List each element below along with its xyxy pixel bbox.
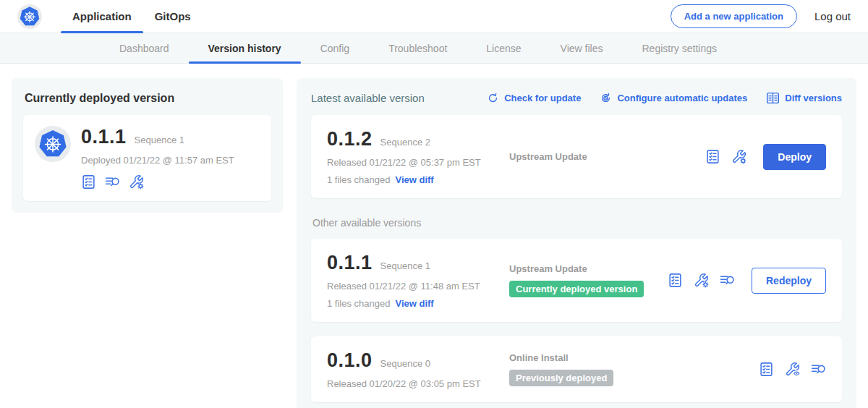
version-source: Upstream Update bbox=[509, 151, 698, 162]
tab-gitops[interactable]: GitOps bbox=[143, 0, 203, 33]
tab-gitops-label: GitOps bbox=[155, 10, 191, 22]
subnav-view-files[interactable]: View files bbox=[541, 33, 623, 63]
check-for-update-label: Check for update bbox=[504, 93, 581, 103]
latest-available-title: Latest available version bbox=[311, 92, 425, 104]
currently-deployed-panel: Currently deployed version 0.1.1 Sequenc… bbox=[12, 78, 283, 213]
currently-deployed-badge: Currently deployed version bbox=[509, 281, 644, 297]
header-tabs: Application GitOps bbox=[61, 0, 203, 33]
kubernetes-app-icon bbox=[35, 126, 71, 162]
edit-config-icon[interactable] bbox=[731, 149, 746, 164]
subnav-registry-settings-label: Registry settings bbox=[642, 43, 716, 54]
deployed-version-number: 0.1.1 bbox=[81, 126, 127, 148]
view-diff-link[interactable]: View diff bbox=[395, 298, 433, 309]
version-number: 0.1.2 bbox=[327, 128, 373, 150]
configure-automatic-updates-link[interactable]: Configure automatic updates bbox=[600, 92, 747, 104]
diff-versions-link[interactable]: Diff versions bbox=[766, 91, 842, 105]
app-header: Application GitOps Add a new application… bbox=[0, 0, 868, 33]
tab-application-label: Application bbox=[72, 10, 132, 22]
version-source: Online Install bbox=[509, 352, 752, 363]
app-subnav: Dashboard Version history Config Trouble… bbox=[0, 33, 868, 64]
release-notes-icon[interactable] bbox=[668, 273, 683, 288]
other-versions-title: Other available versions bbox=[312, 217, 841, 229]
version-source: Upstream Update bbox=[509, 263, 660, 274]
subnav-troubleshoot[interactable]: Troubleshoot bbox=[369, 33, 467, 63]
configure-automatic-updates-label: Configure automatic updates bbox=[617, 93, 747, 103]
version-card-0-1-1: 0.1.1 Sequence 1 Released 01/21/22 @ 11:… bbox=[311, 239, 842, 322]
logout-button[interactable]: Log out bbox=[814, 10, 851, 22]
version-released: Released 01/21/22 @ 05:37 pm EST bbox=[327, 157, 509, 168]
view-config-icon[interactable] bbox=[785, 362, 800, 377]
subnav-dashboard-label: Dashboard bbox=[119, 43, 169, 54]
header-spacer bbox=[203, 0, 671, 33]
version-sequence: Sequence 2 bbox=[380, 137, 430, 148]
diff-versions-label: Diff versions bbox=[785, 93, 842, 103]
files-changed: 1 files changed bbox=[327, 298, 390, 309]
release-notes-icon[interactable] bbox=[705, 149, 720, 164]
auto-update-icon bbox=[600, 92, 612, 104]
version-card-0-1-0: 0.1.0 Sequence 0 Released 01/20/22 @ 03:… bbox=[311, 336, 842, 402]
subnav-dashboard[interactable]: Dashboard bbox=[100, 33, 189, 63]
subnav-version-history[interactable]: Version history bbox=[189, 33, 301, 63]
version-released: Released 01/20/22 @ 03:05 pm EST bbox=[327, 378, 509, 389]
version-released: Released 01/21/22 @ 11:48 am EST bbox=[327, 281, 509, 292]
subnav-troubleshoot-label: Troubleshoot bbox=[388, 43, 447, 54]
subnav-license[interactable]: License bbox=[467, 33, 540, 63]
edit-config-icon[interactable] bbox=[694, 273, 709, 288]
view-logs-icon[interactable] bbox=[105, 174, 120, 190]
subnav-config-label: Config bbox=[320, 43, 349, 54]
diff-icon bbox=[766, 91, 780, 105]
release-notes-icon[interactable] bbox=[81, 174, 96, 190]
release-notes-icon[interactable] bbox=[759, 362, 774, 377]
subnav-version-history-label: Version history bbox=[208, 43, 281, 54]
deployed-version-card: 0.1.1 Sequence 1 Deployed 01/21/22 @ 11:… bbox=[23, 115, 271, 201]
redeploy-button[interactable]: Redeploy bbox=[752, 268, 826, 294]
kubernetes-logo-icon bbox=[17, 4, 42, 29]
files-changed: 1 files changed bbox=[327, 174, 390, 185]
deployed-sequence: Sequence 1 bbox=[135, 135, 184, 145]
add-application-button[interactable]: Add a new application bbox=[671, 4, 797, 28]
edit-config-icon[interactable] bbox=[129, 174, 144, 190]
version-number: 0.1.1 bbox=[327, 252, 373, 274]
subnav-view-files-label: View files bbox=[561, 43, 603, 54]
view-logs-icon[interactable] bbox=[720, 273, 735, 288]
version-sequence: Sequence 0 bbox=[380, 358, 430, 369]
currently-deployed-title: Currently deployed version bbox=[25, 92, 270, 105]
subnav-registry-settings[interactable]: Registry settings bbox=[622, 33, 736, 63]
version-number: 0.1.0 bbox=[327, 349, 373, 372]
deployed-timestamp: Deployed 01/21/22 @ 11:57 am EST bbox=[81, 155, 234, 166]
main-content: Currently deployed version 0.1.1 Sequenc… bbox=[0, 64, 868, 408]
deploy-button[interactable]: Deploy bbox=[763, 144, 826, 170]
version-sequence: Sequence 1 bbox=[380, 260, 430, 271]
active-subnav-underline bbox=[189, 61, 301, 64]
available-versions-panel: Latest available version Check for updat… bbox=[297, 78, 856, 408]
subnav-license-label: License bbox=[486, 43, 521, 54]
view-logs-icon[interactable] bbox=[811, 362, 826, 377]
version-card-0-1-2: 0.1.2 Sequence 2 Released 01/21/22 @ 05:… bbox=[311, 115, 842, 198]
subnav-config[interactable]: Config bbox=[301, 33, 369, 63]
refresh-icon bbox=[487, 92, 499, 104]
tab-application[interactable]: Application bbox=[61, 0, 143, 33]
check-for-update-link[interactable]: Check for update bbox=[487, 92, 581, 104]
view-diff-link[interactable]: View diff bbox=[395, 174, 433, 185]
previously-deployed-badge: Previously deployed bbox=[509, 370, 613, 386]
app-logo bbox=[17, 0, 42, 33]
